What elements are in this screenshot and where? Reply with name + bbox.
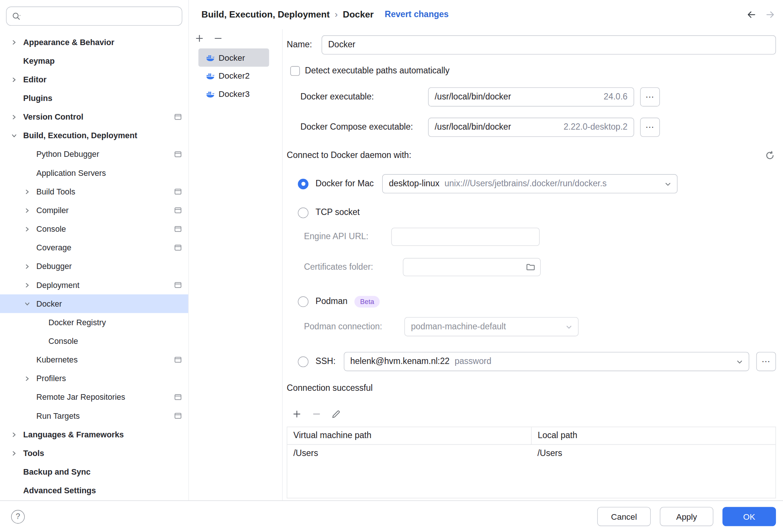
- chevron-right-icon[interactable]: [23, 374, 36, 383]
- toolwindow-icon: [174, 113, 182, 121]
- sidebar-item-docker-registry[interactable]: Docker Registry: [0, 313, 188, 332]
- sidebar-item-run-targets[interactable]: Run Targets: [0, 406, 188, 425]
- docker-for-mac-value: desktop-linux: [389, 179, 440, 189]
- table-row[interactable]: /Users/Users: [287, 444, 776, 462]
- docker-executable-version: 24.0.6: [599, 92, 628, 102]
- sidebar-item-kubernetes[interactable]: Kubernetes: [0, 351, 188, 369]
- breadcrumb-parent[interactable]: Build, Execution, Deployment: [202, 9, 330, 20]
- sidebar-item-application-servers[interactable]: Application Servers: [0, 164, 188, 182]
- certificates-folder-input[interactable]: [403, 258, 541, 276]
- sidebar-item-label: Compiler: [37, 206, 69, 215]
- sidebar-item-compiler[interactable]: Compiler: [0, 201, 188, 219]
- chevron-down-icon[interactable]: [23, 300, 36, 308]
- sidebar-item-debugger[interactable]: Debugger: [0, 257, 188, 276]
- docker-for-mac-dropdown[interactable]: desktop-linux unix:///Users/jetbrains/.d…: [382, 174, 678, 194]
- sidebar-item-appearance-behavior[interactable]: Appearance & Behavior: [0, 33, 188, 51]
- ssh-auth-hint: password: [454, 357, 491, 367]
- compose-executable-browse-button[interactable]: ...: [640, 118, 660, 137]
- engine-api-url-input[interactable]: [391, 228, 539, 246]
- chevron-right-icon[interactable]: [23, 281, 36, 289]
- sidebar-item-label: Build Tools: [37, 187, 75, 196]
- sidebar-item-profilers[interactable]: Profilers: [0, 369, 188, 388]
- detect-paths-checkbox[interactable]: [290, 66, 300, 76]
- chevron-right-icon[interactable]: [10, 38, 23, 46]
- help-button[interactable]: ?: [11, 510, 25, 523]
- remove-mapping-button[interactable]: [311, 409, 321, 419]
- cancel-button[interactable]: Cancel: [597, 507, 651, 526]
- edit-mapping-button[interactable]: [331, 409, 341, 419]
- apply-button[interactable]: Apply: [660, 507, 713, 526]
- sidebar-item-label: Console: [48, 336, 78, 345]
- config-item-docker[interactable]: Docker: [199, 48, 269, 67]
- chevron-right-icon[interactable]: [23, 225, 36, 233]
- forward-arrow-icon[interactable]: [765, 9, 776, 20]
- toolwindow-icon: [174, 393, 182, 401]
- toolwindow-icon: [174, 244, 182, 251]
- sidebar: Appearance & BehaviorKeymapEditorPlugins…: [0, 0, 189, 500]
- sidebar-item-version-control[interactable]: Version Control: [0, 108, 188, 126]
- revert-changes-link[interactable]: Revert changes: [385, 10, 449, 20]
- add-config-button[interactable]: [194, 33, 205, 43]
- ok-button[interactable]: OK: [722, 507, 776, 526]
- search-icon: [12, 12, 22, 20]
- search-field[interactable]: [6, 7, 182, 26]
- docker-executable-browse-button[interactable]: ...: [640, 87, 660, 107]
- docker-for-mac-label: Docker for Mac: [316, 179, 374, 189]
- sidebar-item-label: Docker Registry: [48, 318, 106, 327]
- sidebar-item-plugins[interactable]: Plugins: [0, 89, 188, 108]
- sidebar-item-advanced-settings[interactable]: Advanced Settings: [0, 481, 188, 500]
- podman-radio[interactable]: [298, 296, 308, 307]
- docker-icon: [206, 53, 215, 62]
- add-mapping-button[interactable]: [292, 409, 302, 419]
- sidebar-item-editor[interactable]: Editor: [0, 70, 188, 89]
- sidebar-item-console[interactable]: Console: [0, 332, 188, 350]
- sidebar-item-build-tools[interactable]: Build Tools: [0, 182, 188, 201]
- header: Build, Execution, Deployment › Docker Re…: [189, 0, 783, 29]
- config-item-docker3[interactable]: Docker3: [199, 85, 269, 103]
- sidebar-item-languages-frameworks[interactable]: Languages & Frameworks: [0, 425, 188, 444]
- sidebar-item-docker[interactable]: Docker: [0, 294, 188, 313]
- docker-executable-label: Docker executable:: [287, 92, 428, 102]
- compose-executable-path: /usr/local/bin/docker: [435, 122, 511, 132]
- docker-for-mac-radio[interactable]: [298, 178, 308, 189]
- sidebar-item-keymap[interactable]: Keymap: [0, 51, 188, 70]
- sidebar-item-python-debugger[interactable]: Python Debugger: [0, 145, 188, 164]
- sidebar-item-coverage[interactable]: Coverage: [0, 238, 188, 257]
- docker-executable-field[interactable]: /usr/local/bin/docker 24.0.6: [428, 87, 634, 107]
- remove-config-button[interactable]: [213, 33, 223, 43]
- breadcrumb-separator: ›: [335, 9, 338, 20]
- docker-icon: [206, 90, 215, 98]
- ssh-connection-dropdown[interactable]: helenk@hvm.kenam.nl:22 password: [344, 352, 749, 371]
- docker-config-list-panel: DockerDocker2Docker3: [189, 29, 283, 500]
- podman-connection-dropdown[interactable]: podman-machine-default: [405, 317, 579, 336]
- name-input[interactable]: [321, 35, 776, 55]
- search-input[interactable]: [26, 12, 177, 20]
- refresh-icon[interactable]: [765, 151, 775, 161]
- sidebar-item-label: Advanced Settings: [23, 486, 96, 495]
- chevron-right-icon[interactable]: [10, 113, 23, 121]
- compose-executable-field[interactable]: /usr/local/bin/docker 2.22.0-desktop.2: [428, 118, 634, 137]
- chevron-right-icon[interactable]: [23, 262, 36, 270]
- config-item-label: Docker3: [219, 89, 250, 99]
- sidebar-item-tools[interactable]: Tools: [0, 444, 188, 462]
- ssh-browse-button[interactable]: ...: [756, 352, 776, 371]
- chevron-right-icon[interactable]: [10, 76, 23, 84]
- config-item-docker2[interactable]: Docker2: [199, 67, 269, 85]
- back-arrow-icon[interactable]: [746, 9, 757, 20]
- chevron-right-icon[interactable]: [10, 430, 23, 438]
- sidebar-item-deployment[interactable]: Deployment: [0, 276, 188, 294]
- sidebar-item-backup-and-sync[interactable]: Backup and Sync: [0, 462, 188, 481]
- sidebar-item-console[interactable]: Console: [0, 220, 188, 238]
- chevron-down-icon[interactable]: [10, 132, 23, 140]
- tcp-socket-radio[interactable]: [298, 207, 308, 218]
- chevron-right-icon[interactable]: [23, 206, 36, 215]
- compose-executable-version: 2.22.0-desktop.2: [558, 122, 627, 132]
- folder-icon[interactable]: [526, 263, 535, 272]
- chevron-right-icon[interactable]: [10, 449, 23, 457]
- chevron-right-icon[interactable]: [23, 187, 36, 196]
- ssh-radio[interactable]: [298, 356, 308, 367]
- list-toolbar: [189, 29, 282, 49]
- toolwindow-icon: [174, 356, 182, 363]
- sidebar-item-remote-jar-repositories[interactable]: Remote Jar Repositories: [0, 388, 188, 406]
- sidebar-item-build-execution-deployment[interactable]: Build, Execution, Deployment: [0, 126, 188, 145]
